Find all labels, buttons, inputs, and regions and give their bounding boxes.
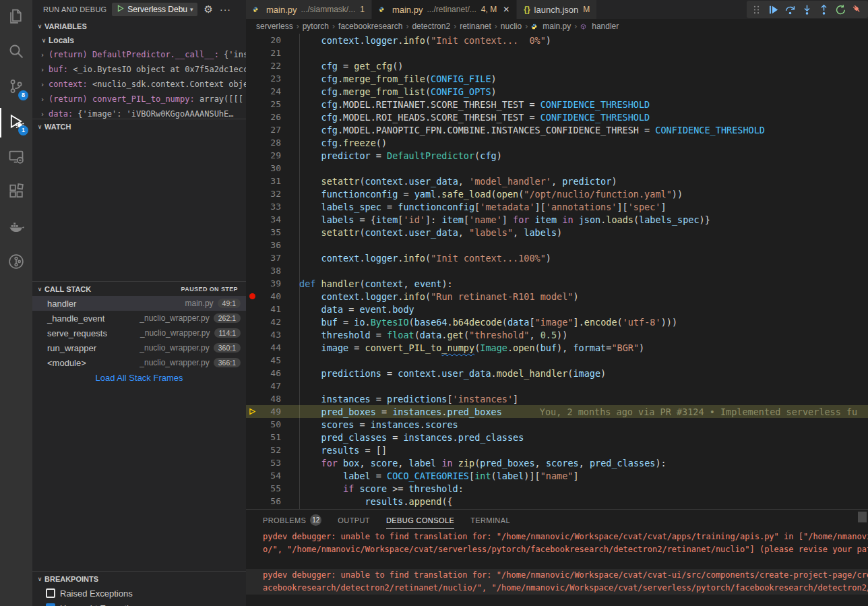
more-actions-icon[interactable]: ··· (220, 4, 231, 15)
code-line-53[interactable]: 53 for box, score, label in zip(pred_box… (246, 456, 868, 469)
code-line-27[interactable]: 27 cfg.MODEL.PANOPTIC_FPN.COMBINE.INSTAN… (246, 123, 868, 136)
call-stack-frame[interactable]: run_wrapper_nuclio_wrapper.py360:1 (32, 340, 246, 355)
step-out-button[interactable] (815, 1, 832, 18)
variable-row[interactable]: ›data: {'image': 'iVBORw0KGgoAAAANSUhE… (32, 107, 246, 119)
code-line-38[interactable]: 38 (246, 264, 868, 277)
breadcrumb-item-serverless[interactable]: serverless (256, 22, 293, 31)
code-line-41[interactable]: 41 data = event.body (246, 303, 868, 315)
code-line-50[interactable]: 50 scores = instances.scores (246, 418, 868, 431)
code-line-21[interactable]: 21 (246, 47, 868, 59)
code-line-30[interactable]: 30 (246, 162, 868, 175)
breadcrumb-item-pytorch[interactable]: pytorch (303, 22, 329, 31)
code-line-20[interactable]: 20 context.logger.info("Init context... … (246, 34, 868, 47)
code-line-52[interactable]: 52 results = [] (246, 444, 868, 456)
panel-tab-problems[interactable]: PROBLEMS12 (263, 510, 321, 531)
activity-bar-item-git-graph[interactable] (0, 245, 32, 280)
breadcrumb-item-main-py[interactable]: main.py (531, 22, 571, 31)
variable-row[interactable]: ›context: <nuclio_sdk.context.Context ob… (32, 77, 246, 92)
code-line-56[interactable]: 56 results.append({ (246, 495, 868, 508)
code-line-31[interactable]: 31 setattr(context.user_data, 'model_han… (246, 175, 868, 187)
call-stack-header[interactable]: ∨ CALL STACK PAUSED ON STEP (32, 282, 246, 296)
breadcrumb-item-retinanet[interactable]: retinanet (460, 22, 491, 31)
code-line-49[interactable]: 49 pred_boxes = instances.pred_boxesYou,… (246, 405, 868, 418)
activity-bar-item-explorer[interactable] (0, 0, 32, 35)
checkbox-unchecked[interactable] (46, 588, 55, 598)
code-line-24[interactable]: 24 cfg.merge_from_list(CONFIG_OPTS) (246, 85, 868, 98)
tab-main-py-retinanet[interactable]: main.py.../retinanet/...4, M✕ (372, 0, 517, 19)
code-line-45[interactable]: 45 (246, 354, 868, 367)
breakpoint-item[interactable]: Raised Exceptions (32, 586, 246, 601)
call-stack-frame[interactable]: _handle_event_nuclio_wrapper.py262:1 (32, 311, 246, 326)
load-all-stack-frames-link[interactable]: Load All Stack Frames (32, 370, 246, 385)
panel-tab-output[interactable]: OUTPUT (338, 512, 370, 529)
call-stack-frame[interactable]: handlermain.py49:1 (32, 296, 246, 311)
code-line-44[interactable]: 44 image = convert_PIL_to_numpy(Image.op… (246, 341, 868, 354)
breakpoint-icon[interactable] (246, 293, 258, 299)
activity-bar-item-search[interactable] (0, 35, 32, 70)
code-line-28[interactable]: 28 cfg.freeze() (246, 136, 868, 149)
breakpoints-header[interactable]: ∨BREAKPOINTS (32, 572, 246, 586)
activity-bar-item-extensions[interactable] (0, 175, 32, 210)
activity-bar-item-run-and-debug[interactable]: 1 (0, 105, 32, 140)
code-editor[interactable]: 20 context.logger.info("Init context... … (246, 34, 868, 509)
tab-main-py-siammask[interactable]: main.py.../siammask/...1 (246, 0, 372, 19)
locals-group[interactable]: ∨Locals (32, 33, 246, 47)
activity-bar-item-remote-explorer[interactable] (0, 140, 32, 175)
code-line-37[interactable]: 37 context.logger.info("Init context...1… (246, 251, 868, 264)
close-icon[interactable]: ✕ (503, 5, 509, 14)
code-line-51[interactable]: 51 pred_classes = instances.pred_classes (246, 431, 868, 444)
code-line-26[interactable]: 26 cfg.MODEL.ROI_HEADS.SCORE_THRESH_TEST… (246, 111, 868, 123)
code-line-36[interactable]: 36 (246, 239, 868, 251)
variables-header[interactable]: ∨VARIABLES (32, 19, 246, 33)
breadcrumb-item-handler[interactable]: handler (580, 22, 619, 31)
panel-tab-terminal[interactable]: TERMINAL (470, 512, 510, 529)
code-lines: 20 context.logger.info("Init context... … (246, 34, 868, 508)
breadcrumb-item-nuclio[interactable]: nuclio (501, 22, 522, 31)
watch-header[interactable]: ∨WATCH (32, 119, 246, 133)
panel-scrollbar[interactable] (858, 512, 867, 522)
activity-bar-item-docker[interactable] (0, 210, 32, 245)
code-line-22[interactable]: 22 cfg = get_cfg() (246, 59, 868, 72)
breadcrumb-item-facebookresearch[interactable]: facebookresearch (338, 22, 402, 31)
console-message[interactable]: pydev debugger: unable to find translati… (246, 531, 868, 556)
code-line-40[interactable]: 40 context.logger.info("Run retinanet-R1… (246, 290, 868, 303)
code-line-39[interactable]: 39def handler(context, event): (246, 277, 868, 290)
restart-button[interactable] (832, 1, 849, 18)
code-line-33[interactable]: 33 labels_spec = functionconfig['metadat… (246, 200, 868, 213)
code-line-32[interactable]: 32 functionconfig = yaml.safe_load(open(… (246, 187, 868, 200)
step-over-button[interactable] (782, 1, 799, 18)
debug-config-dropdown[interactable]: Serverless Debu ▾ (112, 3, 197, 16)
code-line-48[interactable]: 48 instances = predictions['instances'] (246, 392, 868, 405)
call-stack-frame[interactable]: <module>_nuclio_wrapper.py366:1 (32, 355, 246, 370)
disconnect-button[interactable] (849, 1, 866, 18)
code-line-47[interactable]: 47 (246, 380, 868, 392)
checkbox-checked[interactable]: ✓ (46, 603, 55, 606)
panel-tab-debug-console[interactable]: DEBUG CONSOLE (386, 512, 454, 529)
variable-row[interactable]: ›buf: <_io.BytesIO object at 0x7f5a2dc1e… (32, 62, 246, 77)
code-line-25[interactable]: 25 cfg.MODEL.RETINANET.SCORE_THRESH_TEST… (246, 98, 868, 111)
code-line-34[interactable]: 34 labels = {item['id']: item['name'] fo… (246, 213, 868, 226)
call-stack-frame[interactable]: serve_requests_nuclio_wrapper.py114:1 (32, 326, 246, 340)
activity-bar-item-source-control[interactable]: 8 (0, 70, 32, 105)
code-line-43[interactable]: 43 threshold = float(data.get("threshold… (246, 328, 868, 341)
tab-launch-json[interactable]: {}launch.jsonM (517, 0, 597, 19)
breadcrumb-item-detectron2[interactable]: detectron2 (412, 22, 450, 31)
code-line-55[interactable]: 55 if score >= threshold: (246, 482, 868, 495)
gear-icon[interactable]: ⚙ (204, 3, 213, 16)
code-line-23[interactable]: 23 cfg.merge_from_file(CONFIG_FILE) (246, 72, 868, 85)
variable-row[interactable]: ›(return) convert_PIL_to_numpy: array([[… (32, 92, 246, 107)
current-line-arrow-icon[interactable] (246, 407, 258, 416)
step-into-button[interactable] (799, 1, 815, 18)
code-line-35[interactable]: 35 setattr(context.user_data, "labels", … (246, 226, 868, 239)
code-line-54[interactable]: 54 label = COCO_CATEGORIES[int(label)]["… (246, 469, 868, 482)
variable-row[interactable]: ›(return) DefaultPredictor.__call__: {'i… (32, 47, 246, 62)
line-number: 24 (258, 86, 281, 96)
code-line-46[interactable]: 46 predictions = context.user_data.model… (246, 367, 868, 380)
code-line-29[interactable]: 29 predictor = DefaultPredictor(cfg) (246, 149, 868, 162)
start-debug-icon[interactable] (116, 3, 125, 16)
drag-handle[interactable] (748, 1, 765, 18)
code-line-42[interactable]: 42 buf = io.BytesIO(base64.b64decode(dat… (246, 315, 868, 328)
breakpoint-item[interactable]: ✓Uncaught Exceptions (32, 601, 246, 606)
console-message[interactable]: pydev debugger: unable to find translati… (246, 569, 868, 595)
continue-button[interactable] (765, 1, 782, 18)
